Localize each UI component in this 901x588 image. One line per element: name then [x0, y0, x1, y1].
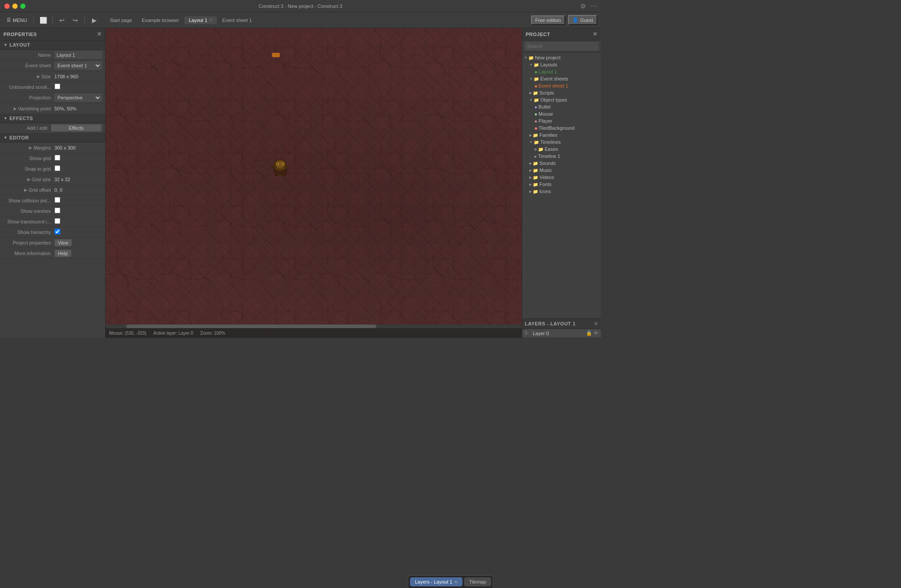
- event-sheet-select[interactable]: Event sheet 1: [55, 62, 102, 69]
- canvas-area[interactable]: Mouse: (530, -333) Active layer: Layer 0…: [106, 28, 522, 338]
- guest-button[interactable]: 👤 Guest: [568, 15, 597, 25]
- tree-item-scripts[interactable]: ▶ 📁 Scripts: [522, 89, 601, 96]
- folder-icon: 📁: [533, 168, 538, 173]
- save-icon: ⬜: [40, 17, 47, 24]
- vanishing-point-row: ▶ Vanishing point 50%, 50%: [0, 103, 105, 114]
- tab-layout-1[interactable]: Layout 1 ✕: [184, 16, 217, 24]
- layout-section-header[interactable]: ▼ LAYOUT: [0, 40, 105, 50]
- scrollbar-thumb[interactable]: [126, 325, 376, 328]
- folder-icon: 📁: [534, 62, 539, 67]
- grid-size-arrow-icon: ▶: [27, 177, 30, 182]
- tree-item-fonts[interactable]: ▶ 📁 Fonts: [522, 181, 601, 188]
- tree-item-eases[interactable]: ▶ 📁 Eases: [522, 146, 601, 153]
- expand-arrow-icon: ▼: [524, 56, 527, 60]
- tree-item-videos[interactable]: ▶ 📁 Videos: [522, 174, 601, 181]
- name-input[interactable]: [55, 51, 102, 58]
- tree-item-timelines[interactable]: ▼ 📁 Timelines: [522, 139, 601, 146]
- timeline-icon: ▸: [535, 154, 537, 159]
- settings-icon[interactable]: ⚙: [580, 3, 586, 10]
- canvas-widget[interactable]: [272, 53, 280, 57]
- redo-icon: ↪: [73, 17, 78, 24]
- tab-event-sheet-1[interactable]: Event sheet 1: [218, 16, 256, 24]
- more-options-icon[interactable]: ⋯: [590, 3, 597, 10]
- properties-panel-header: PROPERTIES ✕: [0, 28, 105, 40]
- search-input[interactable]: [525, 42, 598, 50]
- show-meshes-row: Show meshes: [0, 206, 105, 216]
- layer-lock-icon[interactable]: 🔒: [586, 330, 592, 336]
- mouse-icon: ●: [535, 112, 537, 117]
- effects-button[interactable]: Effects: [51, 124, 102, 131]
- help-button[interactable]: Help: [55, 250, 72, 257]
- event-file-icon: ■: [535, 84, 537, 88]
- unbounded-scroll-label: Unbounded scroll...: [4, 84, 55, 90]
- tree-item-icons[interactable]: ▶ 📁 Icons: [522, 188, 601, 195]
- unbounded-scroll-checkbox[interactable]: [55, 84, 60, 89]
- effects-arrow-icon: ▼: [4, 116, 7, 121]
- tree-item-player[interactable]: ● Player: [522, 117, 601, 124]
- horizontal-scrollbar[interactable]: [106, 325, 522, 328]
- canvas-viewport[interactable]: [106, 28, 522, 338]
- folder-icon: 📁: [538, 147, 543, 152]
- tree-item-families[interactable]: ▶ 📁 Families: [522, 131, 601, 139]
- view-button[interactable]: View: [55, 239, 72, 246]
- show-hierarchy-checkbox[interactable]: [55, 229, 60, 234]
- show-collision-value: [55, 197, 102, 204]
- tree-item-event-sheets[interactable]: ▼ 📁 Event sheets: [522, 75, 601, 82]
- show-translucent-label: Show translucent i...: [4, 219, 55, 224]
- play-button[interactable]: ▶: [88, 15, 100, 26]
- size-row: ▶ Size 1708 x 960: [0, 71, 105, 82]
- size-value: 1708 x 960: [55, 74, 102, 79]
- more-info-label: More information: [4, 251, 55, 256]
- show-grid-checkbox[interactable]: [55, 155, 60, 161]
- event-sheet-row: Event sheet Event sheet 1: [0, 60, 105, 71]
- undo-button[interactable]: ↩: [56, 15, 68, 26]
- folder-icon: 📁: [533, 161, 538, 166]
- tab-start-page[interactable]: Start page: [105, 16, 136, 24]
- maximize-traffic-btn[interactable]: [20, 4, 26, 9]
- save-button[interactable]: ⬜: [37, 15, 49, 26]
- editor-section-header[interactable]: ▼ EDITOR: [0, 133, 105, 142]
- tree-item-layouts[interactable]: ▼ 📁 Layouts: [522, 61, 601, 68]
- close-traffic-btn[interactable]: [4, 4, 10, 9]
- tree-item-timeline-1[interactable]: ▸ Timeline 1: [522, 153, 601, 160]
- tree-item-mouse[interactable]: ● Mouse: [522, 110, 601, 117]
- zoom-status: Zoom: 100%: [200, 331, 225, 336]
- tree-item-bullet[interactable]: ● Bullet: [522, 103, 601, 110]
- tree-item-music[interactable]: ▶ 📁 Music: [522, 167, 601, 174]
- free-edition-button[interactable]: Free edition: [531, 15, 565, 25]
- canvas-content[interactable]: [106, 28, 522, 338]
- grid-offset-value: 0, 0: [55, 187, 102, 193]
- layer-visibility-icon[interactable]: 👁: [593, 330, 598, 336]
- status-bar: Mouse: (530, -333) Active layer: Layer 0…: [106, 328, 522, 338]
- tree-item-tiledbg[interactable]: ■ TiledBackground: [522, 124, 601, 131]
- tree-item-sounds[interactable]: ▶ 📁 Sounds: [522, 160, 601, 167]
- properties-panel-close[interactable]: ✕: [97, 31, 102, 37]
- minimize-traffic-btn[interactable]: [12, 4, 18, 9]
- expand-arrow-icon: ▼: [529, 77, 533, 81]
- tree-item-layout-1[interactable]: ■ Layout 1: [522, 68, 601, 75]
- layers-panel: LAYERS - LAYOUT 1 ✕ 0 Layer 0 🔒 👁: [522, 318, 601, 338]
- layer-row-0[interactable]: 0 Layer 0 🔒 👁: [522, 329, 601, 338]
- project-panel-close[interactable]: ✕: [593, 31, 598, 37]
- tree-item-new-project[interactable]: ▼ 📁 New project: [522, 54, 601, 61]
- grid-size-value: 32 x 32: [55, 177, 102, 182]
- projection-select[interactable]: Perspective: [55, 94, 102, 102]
- player-sprite[interactable]: [271, 157, 290, 179]
- show-collision-checkbox[interactable]: [55, 197, 60, 203]
- tab-example-browser[interactable]: Example browser: [137, 16, 183, 24]
- menu-button[interactable]: ☰ MENU: [4, 16, 30, 24]
- grid-offset-label: ▶ Grid offset: [4, 187, 55, 193]
- show-translucent-checkbox[interactable]: [55, 218, 60, 224]
- tiledbg-icon: ■: [535, 126, 537, 131]
- snap-to-grid-value: [55, 165, 102, 172]
- tab-close-icon[interactable]: ✕: [209, 18, 212, 22]
- effects-section-header[interactable]: ▼ EFFECTS: [0, 114, 105, 123]
- tree-item-event-sheet-1[interactable]: ■ Event sheet 1: [522, 82, 601, 89]
- layers-panel-close[interactable]: ✕: [594, 321, 598, 327]
- project-panel-header: PROJECT ✕: [522, 28, 601, 40]
- effects-add-row: Add / edit Effects: [0, 123, 105, 133]
- tree-item-object-types[interactable]: ▼ 📁 Object types: [522, 96, 601, 103]
- redo-button[interactable]: ↪: [70, 15, 81, 26]
- show-meshes-checkbox[interactable]: [55, 208, 60, 213]
- snap-to-grid-checkbox[interactable]: [55, 165, 60, 171]
